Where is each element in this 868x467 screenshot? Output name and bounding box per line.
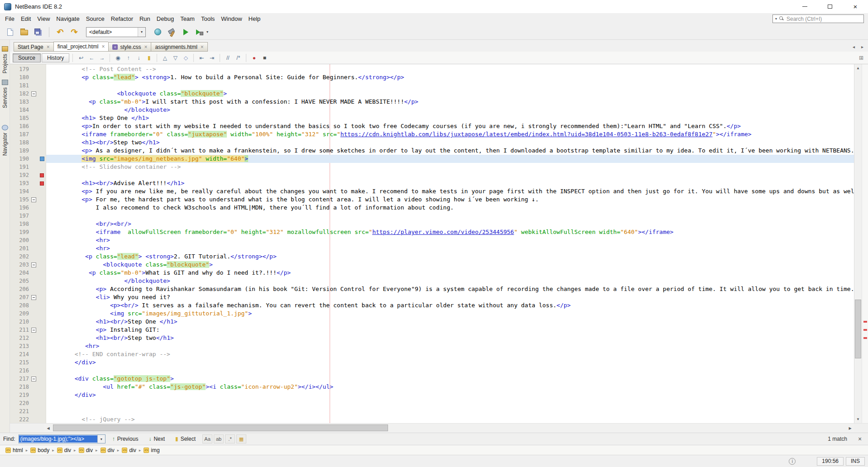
whole-words-toggle[interactable]: ab: [214, 434, 224, 443]
match-case-toggle[interactable]: Aa: [202, 434, 212, 443]
url-link[interactable]: https://cdn.knightlab.com/libs/juxtapose…: [340, 131, 713, 138]
breadcrumb-item-div[interactable]: <>div: [56, 447, 72, 453]
code-area[interactable]: <!-- Post Content --> <p class="lead"> <…: [46, 64, 854, 423]
scroll-tabs-right-button[interactable]: ▸: [858, 43, 866, 50]
breadcrumb-item-div[interactable]: <>div: [77, 447, 94, 453]
code-line[interactable]: <h1><br/>Step One </h1>: [46, 318, 854, 326]
code-line[interactable]: <hr>: [46, 244, 854, 253]
code-line[interactable]: <h1><br/>Step two</h1>: [46, 334, 854, 342]
code-line[interactable]: <div class="gototop js-top">: [46, 375, 854, 383]
scroll-left-icon[interactable]: ◀: [44, 424, 52, 433]
stop-macro-button[interactable]: ■: [259, 53, 269, 62]
code-line[interactable]: [46, 171, 854, 179]
error-stripe[interactable]: [862, 64, 868, 423]
code-line[interactable]: <p class="mb-0">I will start this post w…: [46, 98, 854, 106]
code-line[interactable]: <h1> Step One </h1>: [46, 114, 854, 122]
vertical-scrollbar[interactable]: ▲ ▼: [854, 64, 862, 423]
menu-window[interactable]: Window: [218, 14, 245, 24]
tab-start-page[interactable]: Start Page×: [14, 42, 53, 52]
find-selection-button[interactable]: ◉: [113, 53, 123, 62]
code-line[interactable]: </div>: [46, 391, 854, 399]
close-tab-icon[interactable]: ×: [101, 44, 105, 49]
code-line[interactable]: </blockquote>: [46, 277, 854, 285]
code-line[interactable]: <blockquote class="blockquote">: [46, 261, 854, 269]
code-line[interactable]: <!-- Post Content -->: [46, 65, 854, 73]
code-line[interactable]: <p class="mb-0">What is GIT and why do I…: [46, 269, 854, 277]
close-tab-icon[interactable]: ×: [144, 44, 147, 50]
back-button[interactable]: ←: [86, 53, 96, 62]
horizontal-scrollbar-track[interactable]: [52, 424, 846, 433]
menu-run[interactable]: Run: [136, 14, 153, 24]
menu-debug[interactable]: Debug: [153, 14, 177, 24]
open-project-button[interactable]: [18, 26, 30, 38]
breadcrumb-item-div[interactable]: <>div: [99, 447, 116, 453]
close-tab-icon[interactable]: ×: [47, 44, 50, 50]
code-line[interactable]: <p> According to Ravishankar Somasundara…: [46, 285, 854, 293]
code-line[interactable]: <!-- END container-wrap -->: [46, 350, 854, 358]
regex-toggle[interactable]: .*: [225, 434, 235, 443]
fold-marker[interactable]: [29, 262, 38, 267]
breadcrumb-item-div[interactable]: <>div: [120, 447, 137, 453]
code-line[interactable]: </blockquote>: [46, 106, 854, 114]
code-line[interactable]: <h1><br/>Step two</h1>: [46, 138, 854, 147]
code-line[interactable]: <blockquote class="blockquote">: [46, 90, 854, 98]
code-line[interactable]: <!-- Slideshow container -->: [46, 163, 854, 171]
scroll-tabs-left-button[interactable]: ◂: [850, 43, 858, 50]
shift-left-button[interactable]: ⇤: [197, 53, 206, 62]
menu-source[interactable]: Source: [83, 14, 108, 24]
code-line[interactable]: <img src="images/img_netbeans.jpg" width…: [46, 155, 854, 163]
code-line[interactable]: <p> For me, the hardest part was to unde…: [46, 195, 854, 204]
code-line[interactable]: <p> As a designer, I didn´t want to make…: [46, 147, 854, 155]
quick-search-input[interactable]: ▾ Search (Ctrl+I): [772, 14, 864, 23]
comment-button[interactable]: //: [223, 53, 233, 62]
debug-project-button[interactable]: [193, 26, 206, 38]
editor-palette-button[interactable]: ⊞: [856, 53, 866, 62]
chevron-down-icon[interactable]: ▾: [206, 30, 208, 34]
find-next-button[interactable]: ↓: [134, 53, 144, 62]
find-previous-button[interactable]: ↑ Previous: [109, 434, 142, 444]
fold-marker[interactable]: [29, 376, 38, 381]
menu-file[interactable]: File: [2, 14, 18, 24]
config-combobox[interactable]: <default> ▾: [86, 27, 146, 37]
code-line[interactable]: [46, 407, 854, 415]
close-find-bar-button[interactable]: ×: [856, 435, 864, 443]
redo-button[interactable]: ↷: [68, 26, 81, 38]
minimize-button[interactable]: [792, 0, 817, 13]
horizontal-scrollbar[interactable]: ◀ ▶: [10, 423, 868, 433]
code-line[interactable]: <iframe frameborder="0" class="juxtapose…: [46, 130, 854, 138]
scroll-right-icon[interactable]: ▶: [846, 424, 854, 433]
breadcrumb-item-img[interactable]: <>img: [142, 447, 161, 453]
source-view-button[interactable]: Source: [13, 53, 41, 62]
code-line[interactable]: <li> Why you need it?: [46, 293, 854, 301]
shift-right-button[interactable]: ⇥: [207, 53, 217, 62]
code-line[interactable]: [46, 212, 854, 220]
breadcrumb-item-body[interactable]: <>body: [29, 447, 51, 453]
error-stripe-mark[interactable]: [863, 321, 867, 323]
clean-and-build-button[interactable]: [151, 26, 164, 38]
scroll-up-icon[interactable]: ▲: [854, 64, 862, 72]
start-macro-button[interactable]: ●: [249, 53, 259, 62]
rail-tab-services[interactable]: Services: [0, 80, 10, 108]
maximize-button[interactable]: [817, 0, 843, 13]
toggle-highlight-button[interactable]: ▮: [144, 53, 154, 62]
code-line[interactable]: <p> If you are new like me, be really ca…: [46, 187, 854, 195]
uncomment-button[interactable]: /*: [233, 53, 243, 62]
notifications-icon[interactable]: i: [789, 458, 796, 465]
code-line[interactable]: <img src="images/img_gittutorial_1.jpg">: [46, 310, 854, 318]
tab-assignments-html[interactable]: assignments.html×: [151, 42, 207, 52]
code-line[interactable]: <p class="lead"> <strong>2. GIT Tutorial…: [46, 253, 854, 261]
code-line[interactable]: </div>: [46, 358, 854, 367]
menu-view[interactable]: View: [34, 14, 53, 24]
rail-tab-navigator[interactable]: Navigator: [0, 125, 10, 156]
find-previous-button[interactable]: ↑: [123, 53, 133, 62]
fold-marker[interactable]: [29, 91, 38, 96]
code-line[interactable]: [46, 81, 854, 90]
tab-style-css[interactable]: cstyle.css×: [108, 42, 151, 52]
scroll-down-icon[interactable]: ▼: [854, 415, 862, 423]
history-view-button[interactable]: History: [42, 53, 69, 62]
tab-final-project-html[interactable]: final_project.html×: [53, 42, 109, 52]
menu-tools[interactable]: Tools: [198, 14, 218, 24]
code-line[interactable]: <hr>: [46, 236, 854, 244]
run-project-button[interactable]: [179, 26, 192, 38]
code-line[interactable]: <!-- jQuery -->: [46, 415, 854, 423]
